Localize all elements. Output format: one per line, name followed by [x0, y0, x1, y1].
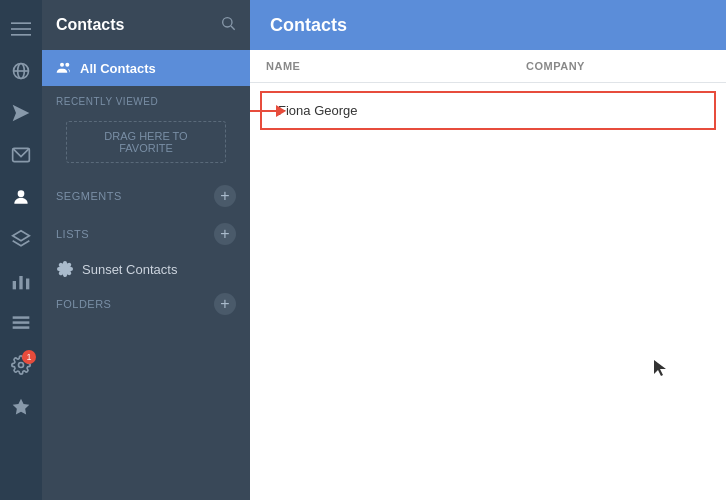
svg-rect-10 — [13, 281, 16, 289]
main-header: Contacts — [250, 0, 726, 50]
segments-add-button[interactable]: + — [214, 185, 236, 207]
svg-rect-1 — [11, 28, 31, 30]
list-icon[interactable] — [0, 302, 42, 344]
lists-label: LISTS — [56, 228, 89, 240]
layers-icon[interactable] — [0, 218, 42, 260]
drag-here-area: DRAG HERE TO FAVORITE — [66, 121, 226, 163]
lists-row: LISTS + — [42, 215, 250, 253]
all-contacts-label: All Contacts — [80, 61, 156, 76]
main-header-title: Contacts — [270, 15, 347, 36]
list-item-icon — [56, 260, 74, 278]
list-item-label: Sunset Contacts — [82, 262, 177, 277]
svg-point-8 — [18, 190, 25, 197]
folders-label: FOLDERS — [56, 298, 111, 310]
list-item-sunset[interactable]: Sunset Contacts — [42, 253, 250, 285]
main-panel: Contacts NAME COMPANY EMAIL Fiona George… — [250, 0, 726, 500]
table-row[interactable]: Fiona George fiona15@gmail.com — [260, 91, 716, 130]
svg-point-18 — [223, 18, 232, 27]
recently-viewed-section: RECENTLY VIEWED — [42, 86, 250, 111]
segments-row: SEGMENTS + — [42, 177, 250, 215]
contacts-icon[interactable] — [0, 176, 42, 218]
svg-rect-2 — [11, 34, 31, 36]
settings-icon[interactable]: 1 — [0, 344, 42, 386]
cursor-indicator — [654, 360, 666, 380]
svg-marker-17 — [13, 399, 30, 415]
star-icon[interactable] — [0, 386, 42, 428]
svg-rect-14 — [13, 321, 30, 324]
settings-badge: 1 — [22, 350, 36, 364]
sidebar-title: Contacts — [56, 16, 124, 34]
folders-add-button[interactable]: + — [214, 293, 236, 315]
svg-line-19 — [231, 26, 235, 30]
search-icon[interactable] — [220, 15, 236, 35]
sidebar: Contacts All Contacts RECENTLY VIEWED DR… — [42, 0, 250, 500]
chart-icon[interactable] — [0, 260, 42, 302]
segments-label: SEGMENTS — [56, 190, 122, 202]
table-header: NAME COMPANY EMAIL — [250, 50, 726, 83]
sidebar-header: Contacts — [42, 0, 250, 50]
mail-icon[interactable] — [0, 134, 42, 176]
svg-rect-0 — [11, 22, 31, 24]
icon-bar: 1 — [0, 0, 42, 500]
svg-rect-12 — [26, 279, 29, 290]
svg-point-16 — [19, 363, 24, 368]
cell-name: Fiona George — [278, 103, 538, 118]
globe-icon[interactable] — [0, 50, 42, 92]
folders-row: FOLDERS + — [42, 285, 250, 323]
contacts-table: NAME COMPANY EMAIL Fiona George fiona15@… — [250, 50, 726, 500]
send-icon[interactable] — [0, 92, 42, 134]
svg-marker-9 — [13, 231, 30, 241]
svg-rect-13 — [13, 316, 30, 319]
col-name: NAME — [266, 60, 526, 72]
svg-point-20 — [60, 63, 64, 67]
svg-rect-15 — [13, 326, 30, 329]
hamburger-menu-icon[interactable] — [0, 8, 42, 50]
col-company: COMPANY — [526, 60, 726, 72]
row-pointer-arrow — [250, 105, 286, 117]
svg-point-21 — [65, 63, 69, 67]
all-contacts-item[interactable]: All Contacts — [42, 50, 250, 86]
svg-marker-6 — [13, 105, 30, 122]
lists-add-button[interactable]: + — [214, 223, 236, 245]
svg-rect-11 — [19, 276, 22, 289]
